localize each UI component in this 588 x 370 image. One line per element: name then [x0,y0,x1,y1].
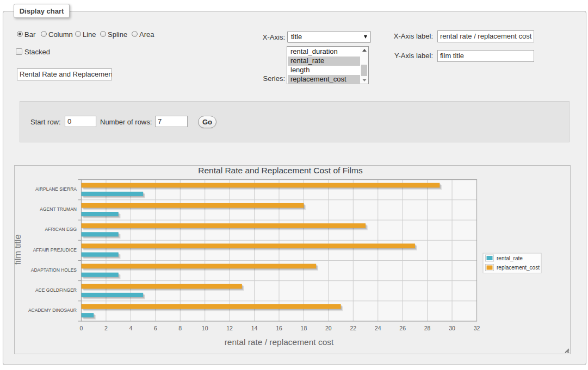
svg-text:AIRPLANE SIERRA: AIRPLANE SIERRA [35,186,77,192]
svg-text:Rental Rate and Replacement Co: Rental Rate and Replacement Cost of Film… [198,166,363,175]
svg-text:8: 8 [178,325,182,331]
svg-text:6: 6 [154,325,157,331]
svg-text:18: 18 [301,325,307,331]
svg-text:rental rate / replacement cost: rental rate / replacement cost [225,337,334,347]
svg-text:AGENT TRUMAN: AGENT TRUMAN [40,206,77,212]
svg-text:24: 24 [375,325,381,331]
svg-text:26: 26 [399,325,406,331]
svg-text:22: 22 [350,325,356,331]
svg-text:0: 0 [80,325,83,331]
svg-text:4: 4 [129,325,132,331]
svg-text:rental_rate: rental_rate [497,255,523,261]
svg-text:2: 2 [104,325,108,331]
svg-text:replacement_cost: replacement_cost [497,265,540,271]
svg-text:28: 28 [424,325,431,331]
svg-text:AFRICAN EGG: AFRICAN EGG [45,227,77,232]
svg-text:ACADEMY DINOSAUR: ACADEMY DINOSAUR [28,308,77,313]
svg-text:20: 20 [325,325,332,331]
svg-text:ACE GOLDFINGER: ACE GOLDFINGER [35,287,77,293]
svg-text:12: 12 [226,325,233,331]
svg-text:ADAPTATION HOLES: ADAPTATION HOLES [31,267,77,273]
svg-text:32: 32 [474,325,480,331]
svg-text:30: 30 [449,325,455,331]
svg-text:14: 14 [251,325,258,331]
svg-text:16: 16 [276,325,282,331]
svg-text:10: 10 [202,325,208,331]
svg-text:AFFAIR PREJUDICE: AFFAIR PREJUDICE [33,247,77,253]
svg-text:film title: film title [15,234,22,265]
